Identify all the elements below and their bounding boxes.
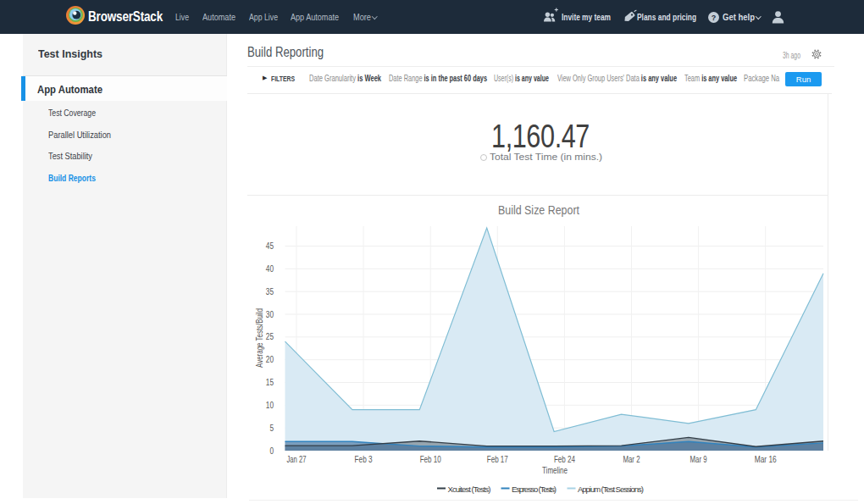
svg-text:Appium (Test Sessions): Appium (Test Sessions) — [578, 485, 644, 494]
svg-text:20: 20 — [266, 354, 274, 364]
svg-text:Jan 27: Jan 27 — [287, 454, 307, 464]
svg-text:Timeline: Timeline — [542, 465, 568, 475]
svg-text:?: ? — [712, 13, 717, 21]
svg-text:30: 30 — [266, 309, 274, 319]
svg-text:Build Size Report: Build Size Report — [498, 203, 579, 217]
svg-text:45: 45 — [266, 241, 274, 251]
svg-text:Feb 10: Feb 10 — [420, 454, 441, 464]
svg-text:5: 5 — [269, 423, 274, 433]
svg-text:40: 40 — [266, 263, 274, 274]
svg-text:Average Tests/Build: Average Tests/Build — [255, 308, 264, 368]
svg-text:10: 10 — [266, 400, 274, 410]
svg-text:0: 0 — [269, 446, 274, 456]
svg-text:Espresso (Tests): Espresso (Tests) — [512, 485, 557, 494]
svg-text:Xcuitest (Tests): Xcuitest (Tests) — [448, 485, 491, 494]
svg-text:Mar 16: Mar 16 — [755, 454, 777, 464]
svg-text:Feb 24: Feb 24 — [554, 454, 575, 464]
svg-text:Mar 2: Mar 2 — [623, 454, 640, 464]
svg-text:25: 25 — [266, 331, 274, 341]
svg-text:35: 35 — [266, 286, 274, 296]
svg-text:15: 15 — [266, 377, 274, 387]
svg-text:Mar 9: Mar 9 — [690, 454, 707, 464]
svg-text:Feb 17: Feb 17 — [487, 454, 508, 464]
svg-text:Feb 3: Feb 3 — [355, 454, 373, 464]
